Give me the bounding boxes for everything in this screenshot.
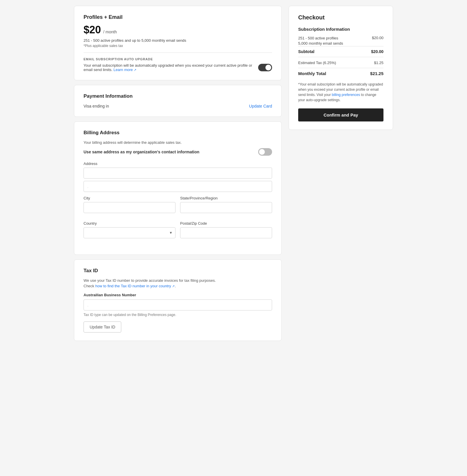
external-link-icon: ↗ <box>134 68 136 72</box>
profiles-divider <box>84 52 272 53</box>
abn-input[interactable] <box>84 299 272 310</box>
same-address-toggle-slider <box>258 148 272 156</box>
country-postal-row: Country ▼ Postal/Zip Code <box>84 221 272 242</box>
checkout-profiles-row: 251 - 500 active profiles 5,000 monthly … <box>298 36 383 46</box>
address-field-group: Address <box>84 161 272 192</box>
state-label: State/Province/Region <box>180 196 272 200</box>
update-card-link[interactable]: Update Card <box>249 104 272 108</box>
auto-upgrade-toggle[interactable] <box>258 64 272 71</box>
checkout-section-title: Subscription Information <box>298 27 383 32</box>
same-address-label: Use same address as my organization's co… <box>84 150 199 154</box>
tax-note: Tax ID type can be updated on the Billin… <box>84 313 272 317</box>
checkout-card: Checkout Subscription Information 251 - … <box>289 6 393 130</box>
tax-value: $1.25 <box>374 61 383 65</box>
subtotal-value: $20.00 <box>371 49 383 54</box>
price-description: 251 - 500 active profiles and up to 5,00… <box>84 38 272 43</box>
billing-title: Billing Address <box>84 130 272 136</box>
checkout-email-line: 5,000 monthly email sends <box>298 41 343 46</box>
tax-link-row: Check how to find the Tax ID number in y… <box>84 284 272 288</box>
checkout-note: *Your email subscription will be automat… <box>298 82 383 103</box>
right-column: Checkout Subscription Information 251 - … <box>289 6 393 130</box>
total-value: $21.25 <box>370 71 383 76</box>
auto-upgrade-row: Your email subscription will be automati… <box>84 63 272 72</box>
tax-description: We use your Tax ID number to provide acc… <box>84 278 272 283</box>
same-address-toggle[interactable] <box>258 148 272 156</box>
address-label: Address <box>84 161 272 166</box>
auto-upgrade-text: Your email subscription will be automati… <box>84 63 254 72</box>
country-select[interactable] <box>84 227 175 238</box>
price-amount: $20 <box>84 24 101 36</box>
payment-card: Payment Information Visa ending in Updat… <box>74 85 282 117</box>
checkout-title: Checkout <box>298 14 383 21</box>
postal-input[interactable] <box>180 227 272 238</box>
same-address-row: Use same address as my organization's co… <box>84 148 272 156</box>
address2-input[interactable] <box>84 181 272 192</box>
state-field-group: State/Province/Region <box>180 196 272 213</box>
checkout-profiles-price: $20.00 <box>372 36 383 40</box>
profiles-title: Profiles + Email <box>84 14 272 20</box>
state-input[interactable] <box>180 202 272 213</box>
payment-title: Payment Information <box>84 93 272 99</box>
checkout-tax-row: Estimated Tax (6.25%) $1.25 <box>298 61 383 65</box>
postal-label: Postal/Zip Code <box>180 221 272 226</box>
tax-link[interactable]: how to find the Tax ID number in your co… <box>95 284 175 288</box>
billing-address-card: Billing Address Your billing address wil… <box>74 121 282 255</box>
postal-field-group: Postal/Zip Code <box>180 221 272 238</box>
learn-more-link[interactable]: Learn more ↗ <box>113 68 136 72</box>
checkout-subtotal-row: Subtotal $20.00 <box>298 46 383 57</box>
total-label: Monthly Total <box>298 71 326 76</box>
update-tax-button[interactable]: Update Tax ID <box>84 321 121 333</box>
checkout-total-row: Monthly Total $21.25 <box>298 68 383 76</box>
city-field-group: City <box>84 196 175 213</box>
price-note: *Plus applicable sales tax <box>84 44 272 48</box>
subtotal-label: Subtotal <box>298 49 314 54</box>
toggle-slider <box>258 64 272 71</box>
billing-description: Your billing address will determine the … <box>84 140 272 145</box>
auto-upgrade-label: EMAIL SUBSCRIPTION AUTO UPGRADE <box>84 57 272 61</box>
billing-pref-link[interactable]: billing preferences <box>332 93 360 97</box>
city-state-row: City State/Province/Region <box>84 196 272 217</box>
payment-row: Visa ending in Update Card <box>84 104 272 108</box>
confirm-pay-button[interactable]: Confirm and Pay <box>298 108 383 121</box>
checkout-profiles-desc: 251 - 500 active profiles 5,000 monthly … <box>298 36 343 46</box>
tax-label: Estimated Tax (6.25%) <box>298 61 336 65</box>
city-input[interactable] <box>84 202 175 213</box>
country-label: Country <box>84 221 175 226</box>
checkout-profiles-line: 251 - 500 active profiles <box>298 36 343 41</box>
profiles-email-card: Profiles + Email $20 / month 251 - 500 a… <box>74 6 282 80</box>
tax-title: Tax ID <box>84 268 272 274</box>
country-select-wrapper: ▼ <box>84 227 175 238</box>
tax-id-card: Tax ID We use your Tax ID number to prov… <box>74 259 282 341</box>
visa-label: Visa ending in <box>84 104 109 108</box>
address-input[interactable] <box>84 168 272 179</box>
country-field-group: Country ▼ <box>84 221 175 238</box>
city-label: City <box>84 196 175 200</box>
price-period: / month <box>103 30 117 34</box>
abn-label: Austrailian Business Number <box>84 293 272 297</box>
left-column: Profiles + Email $20 / month 251 - 500 a… <box>74 6 282 341</box>
